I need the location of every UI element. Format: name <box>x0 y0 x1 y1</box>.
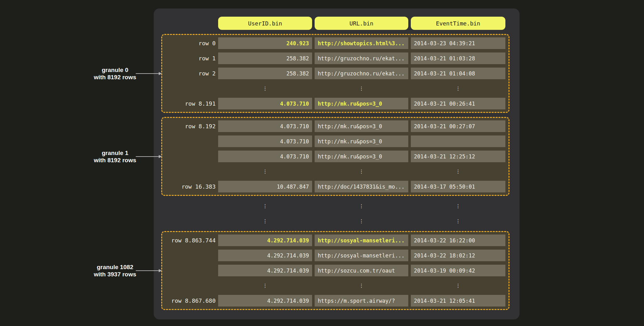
table-row: row 8.867.6804.292.714.039https://m.spor… <box>165 295 505 307</box>
vertical-ellipsis-icon: ⋮ <box>218 200 312 212</box>
vertical-ellipsis-icon: ⋮ <box>411 215 505 227</box>
granule-box-2: row 8.863.7444.292.714.039http://sosyal-… <box>161 231 509 310</box>
cell-userid: 4.073.710 <box>218 98 312 109</box>
row-label: row 8.191 <box>165 98 216 109</box>
granules-container: row 0240.923http://showtopics.html%3...2… <box>161 34 520 310</box>
row-label: row 1 <box>165 52 216 64</box>
table-row: row 16.38310.487.847http://doc/1437831&i… <box>165 181 505 192</box>
row-label <box>165 135 216 147</box>
cell-eventtime: 2014-03-21 01:03:28 <box>411 52 505 64</box>
cell-eventtime: 2014-03-22 16:22:00 <box>411 235 505 246</box>
row-label <box>165 265 216 276</box>
vertical-ellipsis-icon: ⋮ <box>411 166 505 177</box>
column-header-pill-eventtime-bin: EventTime.bin <box>411 17 505 30</box>
row-label-spacer <box>165 280 216 291</box>
table-row: row 0240.923http://showtopics.html%3...2… <box>165 37 505 49</box>
cell-url: http://mk.ru&pos=3_0 <box>315 151 408 162</box>
cell-eventtime: 2014-03-22 18:02:12 <box>411 250 505 261</box>
vertical-ellipsis-icon: ⋮ <box>411 83 505 94</box>
column-header-pill-url-bin: URL.bin <box>315 17 408 30</box>
column-header-pill-userid-bin: UserID.bin <box>218 17 312 30</box>
cell-userid: 4.073.710 <box>218 151 312 162</box>
table-row: 4.292.714.039http://sozcu.com.tr/oaut201… <box>165 265 505 276</box>
cell-eventtime: 2014-03-19 00:09:42 <box>411 265 505 276</box>
cell-eventtime <box>411 135 505 147</box>
granule-arrow-icon-0 <box>136 73 159 74</box>
ellipsis-row: ⋮⋮⋮ <box>165 280 505 291</box>
table-row: row 8.1914.073.710http://mk.ru&pos=3_020… <box>165 98 505 109</box>
separator-ellipsis-row: ⋮⋮⋮ <box>165 200 505 212</box>
cell-eventtime: 2014-03-21 00:26:41 <box>411 98 505 109</box>
row-label: row 8.867.680 <box>165 295 216 307</box>
granule-label-line2: with 3937 rows <box>84 271 146 278</box>
cell-url: https://m.sport.airway/? <box>315 295 408 307</box>
granule-label-line1: granule 0 <box>84 66 146 74</box>
cell-eventtime: 2014-03-21 00:27:07 <box>411 120 505 132</box>
vertical-ellipsis-icon: ⋮ <box>315 215 408 227</box>
cell-userid: 4.073.710 <box>218 120 312 132</box>
cell-url: http://sosyal-mansetleri... <box>315 250 408 261</box>
granule-label-line1: granule 1 <box>84 149 146 157</box>
vertical-ellipsis-icon: ⋮ <box>218 166 312 177</box>
cell-url: http://mk.ru&pos=3_0 <box>315 98 408 109</box>
row-label-spacer <box>165 215 216 227</box>
cell-userid: 4.292.714.039 <box>218 235 312 246</box>
cell-url: http://mk.ru&pos=3_0 <box>315 135 408 147</box>
table-row: 4.073.710http://mk.ru&pos=3_02014-03-21 … <box>165 151 505 162</box>
row-label <box>165 151 216 162</box>
cell-userid: 240.923 <box>218 37 312 49</box>
row-label: row 0 <box>165 37 216 49</box>
granule-box-0: row 0240.923http://showtopics.html%3...2… <box>161 34 509 113</box>
table-row: row 8.1924.073.710http://mk.ru&pos=3_020… <box>165 120 505 132</box>
row-label: row 16.383 <box>165 181 216 192</box>
vertical-ellipsis-icon: ⋮ <box>315 200 408 212</box>
cell-userid: 258.382 <box>218 68 312 79</box>
ellipsis-row: ⋮⋮⋮ <box>165 166 505 177</box>
granule-label-line2: with 8192 rows <box>84 157 146 164</box>
cell-url: http://showtopics.html%3... <box>315 37 408 49</box>
cell-url: http://mk.ru&pos=3_0 <box>315 120 408 132</box>
vertical-ellipsis-icon: ⋮ <box>315 280 408 291</box>
cell-userid: 258.382 <box>218 52 312 64</box>
cell-eventtime: 2014-03-23 04:39:21 <box>411 37 505 49</box>
table-row: 4.073.710http://mk.ru&pos=3_0 <box>165 135 505 147</box>
cell-eventtime: 2014-03-21 01:04:08 <box>411 68 505 79</box>
cell-userid: 4.292.714.039 <box>218 265 312 276</box>
vertical-ellipsis-icon: ⋮ <box>315 166 408 177</box>
cell-url: http://doc/1437831&is_mo... <box>315 181 408 192</box>
cell-url: http://gruzochno.ru/ekat... <box>315 52 408 64</box>
cell-userid: 4.292.714.039 <box>218 295 312 307</box>
cell-eventtime: 2014-03-21 12:25:12 <box>411 151 505 162</box>
vertical-ellipsis-icon: ⋮ <box>315 83 408 94</box>
cell-url: http://sosyal-mansetleri... <box>315 235 408 246</box>
table-row: 4.292.714.039http://sosyal-mansetleri...… <box>165 250 505 261</box>
granule-arrow-icon-2 <box>136 270 159 271</box>
cell-eventtime: 2014-03-21 12:05:41 <box>411 295 505 307</box>
table-row: row 8.863.7444.292.714.039http://sosyal-… <box>165 235 505 246</box>
granule-arrow-icon-1 <box>136 156 159 157</box>
separator-ellipsis-row: ⋮⋮⋮ <box>165 215 505 227</box>
row-label-spacer <box>165 166 216 177</box>
row-label: row 2 <box>165 68 216 79</box>
cell-userid: 4.292.714.039 <box>218 250 312 261</box>
cell-userid: 10.487.847 <box>218 181 312 192</box>
row-label <box>165 250 216 261</box>
cell-userid: 4.073.710 <box>218 135 312 147</box>
row-label-spacer <box>165 83 216 94</box>
row-label-spacer <box>165 200 216 212</box>
cell-eventtime: 2014-03-17 05:50:01 <box>411 181 505 192</box>
vertical-ellipsis-icon: ⋮ <box>411 280 505 291</box>
granule-label-line2: with 8192 rows <box>84 74 146 81</box>
vertical-ellipsis-icon: ⋮ <box>218 215 312 227</box>
vertical-ellipsis-icon: ⋮ <box>218 83 312 94</box>
granule-label-line1: granule 1082 <box>84 263 146 271</box>
column-header-row: UserID.binURL.binEventTime.bin <box>218 17 520 30</box>
ellipsis-row: ⋮⋮⋮ <box>165 83 505 94</box>
row-label: row 8.192 <box>165 120 216 132</box>
table-row: row 2258.382http://gruzochno.ru/ekat...2… <box>165 68 505 79</box>
cell-url: http://sozcu.com.tr/oaut <box>315 265 408 276</box>
column-files-panel: UserID.binURL.binEventTime.bin row 0240.… <box>154 8 520 319</box>
cell-url: http://gruzochno.ru/ekat... <box>315 68 408 79</box>
table-row: row 1258.382http://gruzochno.ru/ekat...2… <box>165 52 505 64</box>
row-label: row 8.863.744 <box>165 235 216 246</box>
